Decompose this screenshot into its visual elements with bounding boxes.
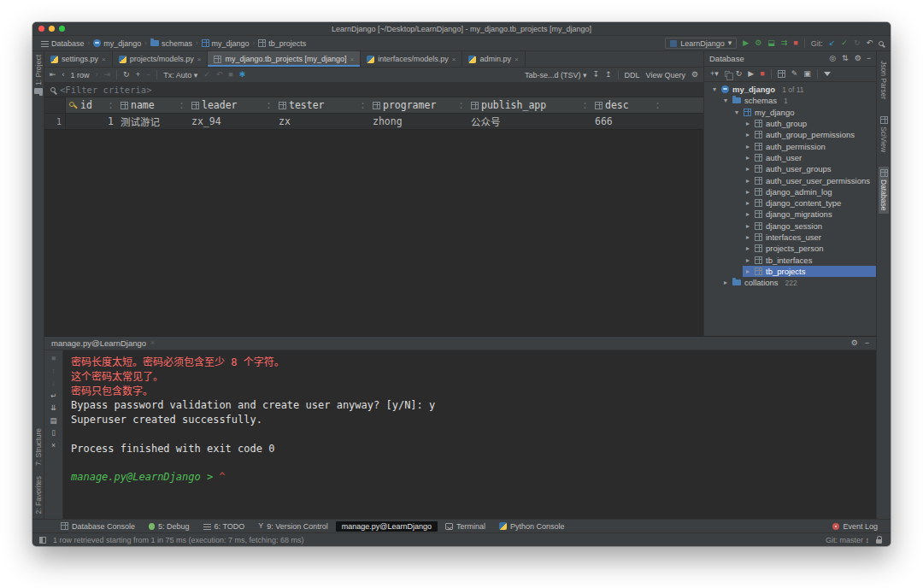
submit-button[interactable]: ✓ [203,71,210,79]
column-header-tester[interactable]: tester: [275,97,369,113]
column-resize-handle[interactable]: : [655,99,661,111]
view-query-button[interactable]: View Query [646,71,685,79]
transaction-mode-select[interactable]: Tx: Auto ▾ [163,71,197,79]
toolwindow-button-database-console[interactable]: Database Console [55,521,141,532]
db-tree-item[interactable]: ▸django_admin_log [704,186,876,197]
editor-tab[interactable]: settings.py× [44,51,113,67]
editor-tab[interactable]: projects/models.py× [113,51,209,67]
event-log-button[interactable]: Event Log [826,521,884,532]
ai-assist-icon[interactable]: ✱ [239,71,246,79]
up-stack-icon[interactable]: ↑ [51,368,55,375]
tool-stripe-json-parser[interactable]: Json Parser [879,58,889,102]
print-icon[interactable]: ▤ [50,417,56,425]
db-tree-item[interactable]: ▾my_django1 of 11 [704,84,876,95]
db-tree-item[interactable]: ▸auth_user_user_permissions [704,174,876,185]
toolwindow-button-6-todo[interactable]: 6: TODO [197,521,251,532]
column-header-id[interactable]: id: [66,97,117,113]
column-resize-handle[interactable]: : [458,99,464,111]
console-settings-gear-icon[interactable]: ⚙ [851,339,858,347]
next-page-button[interactable]: › [96,71,98,79]
refresh-button[interactable]: ↻ [736,70,743,78]
console-tab[interactable]: manage.py@LearnDjango [51,338,146,348]
open-console-button[interactable]: ▶ [748,70,754,78]
chevron-right-icon[interactable]: ▸ [744,154,751,162]
git-branch-widget[interactable]: Git: master ↕ [826,536,869,544]
db-tree-item[interactable]: ▸django_content_type [704,197,876,209]
close-console-icon[interactable]: × [51,442,56,450]
column-header-publish_app[interactable]: publish_app: [467,97,591,113]
table-cell[interactable]: 测试游记 [117,114,188,129]
tool-stripe-project[interactable]: 1: Project [34,55,43,94]
git-update-button[interactable]: ↙ [829,39,836,47]
column-resize-handle[interactable]: : [360,99,366,111]
pause-button[interactable]: ■ [228,71,232,79]
chevron-right-icon[interactable]: ▸ [744,188,751,196]
coverage-button[interactable]: ⬓ [767,39,775,47]
chevron-right-icon[interactable]: ▸ [744,120,751,127]
table-cell[interactable]: 666 [591,114,664,129]
run-button[interactable]: ▶ [743,39,749,47]
chevron-right-icon[interactable]: ▸ [744,165,751,173]
reload-page-button[interactable]: ↻ [123,71,130,79]
hide-console-button[interactable]: − [865,339,869,347]
db-tree-item[interactable]: ▸projects_person [704,243,876,254]
revert-button[interactable]: ↶ [216,71,223,79]
db-tree-item[interactable]: ▸auth_user [704,152,876,163]
tool-stripe-structure[interactable]: 7: Structure [34,428,43,466]
last-page-button[interactable]: ⇥ [104,71,111,79]
hide-panel-button[interactable]: − [867,55,871,62]
tool-window-toggle-icon[interactable] [39,537,46,544]
db-tree-item[interactable]: ▸tb_interfaces [704,254,876,265]
table-cell[interactable]: zx [275,114,369,129]
chevron-right-icon[interactable]: ▸ [744,233,751,241]
git-commit-button[interactable]: ✓ [841,39,848,47]
filter-input[interactable]: <Filter criteria> [60,85,151,95]
search-everywhere-icon[interactable] [879,41,884,46]
db-tree-item[interactable]: ▸tb_projects [704,266,876,277]
db-tree-item[interactable]: ▸django_session [704,220,876,232]
down-stack-icon[interactable]: ↓ [51,379,55,387]
tool-stripe-favorites[interactable]: 2: Favorites [34,476,43,514]
stop-button[interactable]: ■ [793,39,797,47]
chevron-right-icon[interactable]: ▸ [722,279,729,286]
table-cell[interactable]: zhong [369,114,467,129]
rerun-stop-icon[interactable]: ■ [51,355,56,362]
chevron-right-icon[interactable]: ▸ [744,143,751,150]
tab-close-icon[interactable]: × [350,56,355,63]
ddl-button[interactable]: DDL [625,71,640,79]
collapse-all-icon[interactable]: ⇅ [842,55,849,62]
add-row-button[interactable]: + [136,71,140,79]
git-history-button[interactable]: ↻ [854,39,861,47]
tab-close-icon[interactable]: × [102,56,106,63]
toolwindow-button-python-console[interactable]: Python Console [493,521,571,532]
db-tree-item[interactable]: ▸auth_permission [704,140,876,151]
chevron-down-icon[interactable]: ▾ [722,97,729,104]
chevron-right-icon[interactable]: ▸ [744,131,751,138]
chevron-right-icon[interactable]: ▸ [744,244,751,252]
breadcrumb-item[interactable]: schemas [150,39,192,48]
column-resize-handle[interactable]: : [179,99,185,111]
editor-tab[interactable]: interfaces/models.py× [361,51,462,67]
toolwindow-button-9-version-control[interactable]: Y9: Version Control [252,521,334,532]
export-data-button[interactable]: ↧ [592,71,599,79]
column-header-name[interactable]: name: [117,97,188,113]
chevron-down-icon[interactable]: ▾ [733,109,740,116]
profiler-button[interactable]: ⇉ [781,39,788,47]
delete-row-button[interactable]: − [146,71,150,79]
tool-stripe-database[interactable]: Database [879,167,889,213]
db-tree-item[interactable]: ▸django_migrations [704,209,876,220]
previous-page-button[interactable]: ‹ [62,71,65,79]
toolwindow-button-manage-py-learndjango[interactable]: manage.py@LearnDjango [336,521,438,532]
chevron-right-icon[interactable]: ▸ [744,199,751,207]
stop-console-button[interactable]: ■ [760,70,764,78]
filter-bar[interactable]: <Filter criteria> [44,83,703,97]
db-tree-item[interactable]: ▸interfaces_user [704,232,876,243]
first-page-button[interactable]: ⇤ [50,71,56,79]
clear-console-icon[interactable]: ▯ [51,429,56,437]
chevron-right-icon[interactable]: ▸ [744,268,751,275]
run-configuration-select[interactable]: LearnDjango ▾ [665,38,737,49]
import-data-button[interactable]: ↥ [605,71,612,79]
panel-settings-gear-icon[interactable]: ⚙ [855,55,861,62]
scroll-to-end-icon[interactable]: ⇊ [50,404,56,412]
tab-close-icon[interactable]: × [452,56,456,63]
